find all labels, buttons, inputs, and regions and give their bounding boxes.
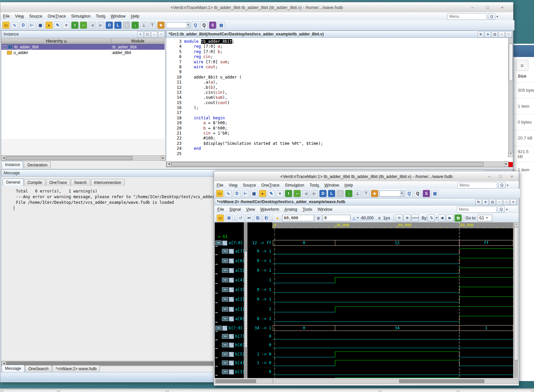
hamburger-menu-button[interactable]: ≡ bbox=[516, 60, 528, 71]
menu-view[interactable]: View bbox=[12, 13, 27, 19]
combo-dropdown-icon[interactable]: ▼ bbox=[186, 23, 190, 28]
search-next-icon[interactable]: ▶ bbox=[446, 214, 454, 222]
menu-signal[interactable]: Signal bbox=[227, 206, 243, 212]
hierarchy-column-header[interactable]: Hierarchy ▤ bbox=[2, 39, 111, 44]
window2-menu-search[interactable]: Q ▼ bbox=[457, 182, 509, 189]
signal-row[interactable]: …Ver b[7] bbox=[219, 333, 244, 339]
trace-load-icon[interactable]: ⌐ bbox=[80, 22, 87, 29]
source-view-icon[interactable]: ▣ bbox=[37, 22, 44, 29]
menu-help[interactable]: Help bbox=[342, 182, 356, 188]
advanced-find-icon[interactable]: Q bbox=[200, 22, 208, 29]
cursor-time-field[interactable] bbox=[282, 215, 314, 221]
signal-name-panel[interactable]: = G1 Ver a[7:0] …Ver a[7] …Ver a[6] …Ver… bbox=[215, 222, 244, 378]
reload-icon[interactable]: ↻ bbox=[475, 199, 482, 205]
menu-window[interactable]: Window bbox=[315, 206, 335, 212]
advanced-find-icon[interactable]: Q bbox=[414, 190, 421, 197]
file-size-cell[interactable]: 20.7 kB bbox=[513, 130, 534, 146]
signal-value-panel[interactable]: 12 -> ff0 -> 10 -> 10 -> 110 -> 10 -> 11… bbox=[247, 222, 272, 378]
restore-panel-icon[interactable]: ⊡ bbox=[144, 31, 150, 37]
up-circle-icon[interactable]: ↑ bbox=[337, 190, 344, 197]
size-column-header[interactable]: Size bbox=[518, 74, 534, 81]
file-size-cell[interactable]: 921.5 kB bbox=[513, 146, 534, 162]
signal-name[interactable]: a[1] bbox=[235, 307, 244, 311]
menu-search-input[interactable] bbox=[457, 206, 497, 213]
minimize-button[interactable]: – bbox=[485, 174, 494, 180]
tab-instance[interactable]: Instance bbox=[2, 161, 23, 168]
close-button[interactable]: × bbox=[498, 5, 507, 11]
back-icon[interactable]: ◀ bbox=[302, 190, 309, 197]
frame-tab-message[interactable]: Message bbox=[2, 365, 25, 372]
menu-search-icon[interactable]: Q bbox=[498, 206, 505, 213]
tab-general[interactable]: General bbox=[3, 179, 24, 186]
find-icon[interactable]: Q bbox=[192, 22, 199, 29]
signal-row[interactable]: …Ver b[2] bbox=[219, 377, 244, 378]
signal-name[interactable]: b[4] bbox=[235, 361, 244, 365]
down-circle-icon[interactable]: ↓ bbox=[345, 190, 352, 197]
delta-icon[interactable]: △ bbox=[352, 216, 355, 220]
trace-driver-icon[interactable]: t bbox=[71, 22, 79, 29]
menu-search-icon[interactable]: Q bbox=[498, 182, 506, 189]
menu-window[interactable]: Window bbox=[322, 182, 342, 188]
signal-name[interactable]: b[6] bbox=[235, 343, 244, 347]
signal-search-combo[interactable]: ▼ bbox=[166, 22, 190, 28]
maximize-panel-icon[interactable]: □ bbox=[506, 31, 512, 37]
tab-declaration[interactable]: Declaration bbox=[24, 161, 51, 168]
menu-view[interactable]: View bbox=[243, 206, 258, 212]
print-icon[interactable]: ▤ bbox=[431, 190, 439, 197]
module-column-header[interactable]: Module bbox=[111, 39, 164, 44]
copy-icon[interactable]: ⎘ bbox=[254, 214, 261, 222]
maximize-panel-icon[interactable]: □ bbox=[503, 199, 509, 205]
menu-waveform[interactable]: Waveform bbox=[258, 206, 282, 212]
signal-name[interactable]: a[2] bbox=[235, 297, 244, 302]
signal-row[interactable]: …Ver a[3] bbox=[219, 287, 244, 293]
group-label[interactable]: = G1 bbox=[218, 234, 228, 239]
waveform-canvas[interactable]: 020,00040,00060,000012ff0341 bbox=[272, 222, 513, 378]
hier-up-icon[interactable]: ⊥ bbox=[354, 190, 361, 197]
source-panel-titlebar[interactable]: *Src1:tb_adder_8bit(/home/ICer/Desktop/t… bbox=[166, 30, 513, 38]
driver-circle-icon[interactable]: D bbox=[106, 22, 113, 29]
pin-icon[interactable]: ✛ bbox=[482, 199, 489, 205]
flipflop-icon[interactable]: D bbox=[233, 190, 240, 197]
hier-down-icon[interactable]: ⊤ bbox=[149, 22, 156, 29]
edit-icon[interactable]: ✎ bbox=[268, 190, 275, 197]
signal-name[interactable]: a[6] bbox=[235, 258, 244, 263]
frame-tab--lt-nwave-2-gt-wave-fsdb[interactable]: *<nWave:2> wave.fsdb bbox=[52, 365, 100, 372]
hier-down-icon[interactable]: ⊤ bbox=[362, 190, 370, 197]
signal-name[interactable]: b[7:0] bbox=[229, 326, 243, 330]
name-panel-hscrollbar[interactable] bbox=[215, 379, 273, 384]
taskbar-window-button[interactable] bbox=[381, 390, 457, 392]
menu-view[interactable]: View bbox=[226, 182, 240, 188]
search-prev-icon[interactable]: ◀ bbox=[438, 214, 446, 222]
file-size-cell[interactable]: 1 item bbox=[513, 98, 534, 114]
file-size-cell[interactable]: 305 byte bbox=[513, 82, 534, 98]
minimize-button[interactable]: – bbox=[468, 5, 477, 11]
zoom-out-icon[interactable]: ⊖ bbox=[396, 214, 403, 222]
doc-dropdown-icon[interactable]: ▾ bbox=[63, 22, 70, 29]
signal-name[interactable]: a[7:0] bbox=[229, 241, 243, 245]
pin-icon[interactable]: ✛ bbox=[485, 31, 491, 37]
taskbar-window-button[interactable] bbox=[168, 390, 379, 392]
instance-hscrollbar[interactable]: ◀▶ bbox=[1, 155, 166, 161]
menu-search-input[interactable] bbox=[457, 182, 497, 189]
driver-circle-icon[interactable]: D bbox=[319, 190, 327, 197]
signal-panel-vscrollbar[interactable] bbox=[244, 222, 247, 378]
signal-row[interactable]: …Ver a[4] bbox=[219, 277, 244, 283]
waveform-vscrollbar[interactable]: ▲ bbox=[513, 222, 518, 378]
tab-search[interactable]: Search bbox=[71, 179, 90, 186]
menu-tools[interactable]: Tools bbox=[93, 13, 108, 19]
new-window-icon[interactable]: ⊞ bbox=[225, 214, 233, 222]
scroll-down-icon[interactable]: ▼ bbox=[508, 152, 513, 157]
instance-row[interactable]: u_adder adder_8bit bbox=[1, 50, 165, 55]
signal-row[interactable]: …Ver b[5] bbox=[219, 351, 244, 357]
zoom-full-icon[interactable]: 100% bbox=[411, 214, 419, 222]
window1-titlebar[interactable]: <Verdi:nTraceMain:1> tb_adder_8bit tb_ad… bbox=[0, 2, 513, 13]
goto-combo[interactable]: G1 ▼ bbox=[478, 215, 492, 221]
source-view-icon[interactable]: ▣ bbox=[250, 190, 258, 197]
pin-icon[interactable]: ✛ bbox=[137, 31, 143, 37]
flipflop-icon[interactable]: D bbox=[20, 22, 27, 29]
signal-name[interactable]: a[3] bbox=[235, 287, 244, 292]
afs-icon[interactable]: S bbox=[209, 22, 216, 29]
hier-up-icon[interactable]: ⊥ bbox=[140, 22, 147, 29]
maximize-button[interactable]: □ bbox=[483, 5, 492, 11]
netlist-icon[interactable]: ⊢ bbox=[28, 22, 35, 29]
